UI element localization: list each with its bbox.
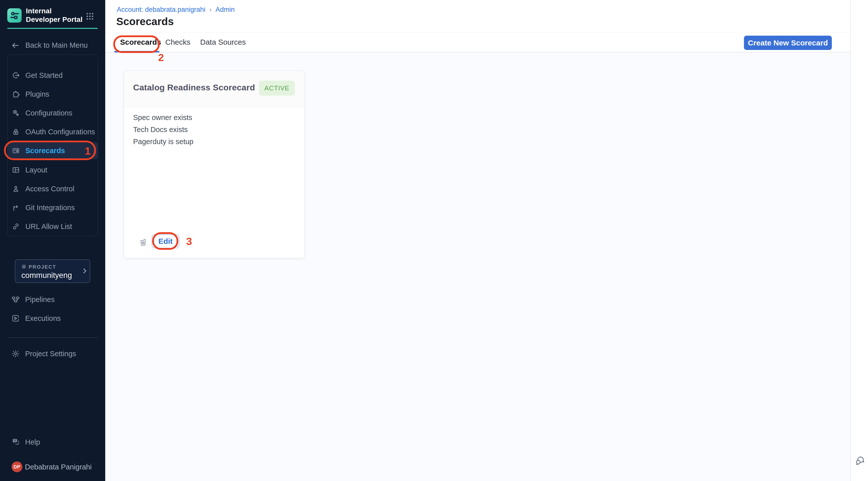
layout-icon: [11, 166, 20, 174]
svg-text:?: ?: [14, 439, 16, 442]
tab-data-sources[interactable]: Data Sources: [200, 32, 246, 52]
sidebar-item-label: Help: [25, 438, 40, 446]
sidebar-item-label: OAuth Configurations: [25, 128, 95, 136]
brand-divider: [7, 28, 98, 29]
arrow-left-icon: [11, 41, 20, 50]
sidebar-item-get-started[interactable]: Get Started: [7, 66, 98, 85]
back-to-main-menu[interactable]: Back to Main Menu: [7, 40, 98, 51]
breadcrumb: Account: debabrata.panigrahi › Admin: [117, 6, 235, 13]
project-selector[interactable]: PROJECT communityeng: [15, 259, 90, 283]
chat-bubbles-icon[interactable]: [855, 455, 866, 466]
tab-scorecards[interactable]: Scorecards: [120, 32, 161, 52]
sidebar-item-label: Executions: [25, 314, 61, 323]
pipelines-icon: [11, 295, 20, 304]
executions-play-icon: [11, 314, 20, 323]
sidebar-item-access-control[interactable]: Access Control: [7, 180, 98, 198]
check-item: Pagerduty is setup: [133, 137, 193, 146]
status-badge: ACTIVE: [259, 81, 295, 96]
git-branch-icon: [11, 203, 20, 212]
chevron-right-icon: [81, 267, 88, 275]
breadcrumb-separator-icon: ›: [210, 6, 212, 13]
support-rail: [850, 0, 868, 481]
tab-bar: Scorecards Checks Data Sources Create Ne…: [105, 32, 850, 53]
project-selector-label: PROJECT: [29, 264, 56, 270]
tab-label: Data Sources: [200, 38, 246, 46]
sidebar-item-git-integrations[interactable]: Git Integrations: [7, 198, 98, 217]
create-new-scorecard-button[interactable]: Create New Scorecard: [744, 36, 832, 50]
sidebar-item-configurations[interactable]: Configurations: [7, 104, 98, 122]
trash-icon: [138, 237, 148, 247]
breadcrumb-admin-link[interactable]: Admin: [216, 6, 235, 13]
sidebar-item-label: Layout: [25, 166, 47, 174]
app-window: Internal Developer Portal Back to Main M…: [0, 0, 868, 481]
layers-icon: [21, 264, 27, 270]
sidebar: Internal Developer Portal Back to Main M…: [0, 0, 105, 481]
sidebar-item-plugins[interactable]: Plugins: [7, 85, 98, 103]
help-chat-icon: ?: [11, 438, 20, 446]
content-area: Catalog Readiness Scorecard ACTIVE Spec …: [105, 53, 850, 481]
sidebar-item-label: Pipelines: [25, 295, 55, 304]
sidebar-item-url-allow-list[interactable]: URL Allow List: [7, 217, 98, 236]
check-item: Spec owner exists: [133, 113, 193, 122]
back-to-main-menu-label: Back to Main Menu: [25, 41, 88, 50]
main-area: Account: debabrata.panigrahi › Admin Sco…: [105, 0, 850, 481]
sidebar-item-label: Plugins: [25, 90, 49, 98]
scorecards-card-icon: [11, 147, 20, 155]
idp-logo-icon: [7, 8, 22, 23]
breadcrumb-account-link[interactable]: Account: debabrata.panigrahi: [117, 6, 206, 13]
delete-scorecard-button[interactable]: [138, 237, 148, 247]
tab-checks[interactable]: Checks: [165, 32, 190, 52]
configurations-gears-icon: [11, 109, 20, 117]
sidebar-item-executions[interactable]: Executions: [7, 309, 97, 328]
scorecard-title: Catalog Readiness Scorecard: [133, 83, 255, 92]
scorecard-card: Catalog Readiness Scorecard ACTIVE Spec …: [124, 71, 304, 258]
check-item: Tech Docs exists: [133, 125, 193, 134]
project-name: communityeng: [21, 271, 72, 280]
sidebar-item-scorecards[interactable]: Scorecards: [7, 142, 98, 159]
page-title: Scorecards: [116, 15, 174, 28]
tab-label: Scorecards: [120, 38, 161, 46]
sidebar-item-label: Scorecards: [25, 147, 65, 155]
page-header: Account: debabrata.panigrahi › Admin Sco…: [105, 0, 850, 32]
tab-label: Checks: [165, 38, 190, 46]
sidebar-item-label: URL Allow List: [25, 222, 72, 231]
sidebar-item-label: Access Control: [25, 185, 74, 193]
check-list: Spec owner exists Tech Docs exists Pager…: [133, 113, 193, 149]
access-control-user-icon: [11, 185, 20, 193]
sidebar-item-label: Configurations: [25, 109, 72, 117]
sidebar-item-help[interactable]: ? Help: [7, 433, 97, 451]
sidebar-divider: [7, 338, 98, 338]
scorecard-card-header: Catalog Readiness Scorecard ACTIVE: [124, 71, 304, 107]
sidebar-item-project-settings[interactable]: Project Settings: [7, 345, 97, 363]
user-avatar[interactable]: DP: [11, 461, 22, 472]
sidebar-item-label: Project Settings: [25, 350, 76, 358]
edit-scorecard-button[interactable]: Edit: [152, 234, 179, 248]
sidebar-item-label: Get Started: [25, 71, 63, 79]
gear-icon: [11, 349, 20, 358]
sidebar-item-layout[interactable]: Layout: [7, 161, 98, 179]
link-icon: [11, 222, 20, 231]
sidebar-item-oauth-configurations[interactable]: OAuth Configurations: [7, 123, 98, 141]
plugins-icon: [11, 90, 20, 98]
grid-dots-icon[interactable]: [85, 12, 94, 21]
sidebar-item-pipelines[interactable]: Pipelines: [7, 290, 97, 309]
user-name[interactable]: Debabrata Panigrahi: [25, 463, 92, 471]
sidebar-item-label: Git Integrations: [25, 203, 75, 212]
get-started-icon: [11, 71, 20, 79]
app-title: Internal Developer Portal: [26, 7, 87, 24]
oauth-lock-icon: [11, 128, 20, 136]
